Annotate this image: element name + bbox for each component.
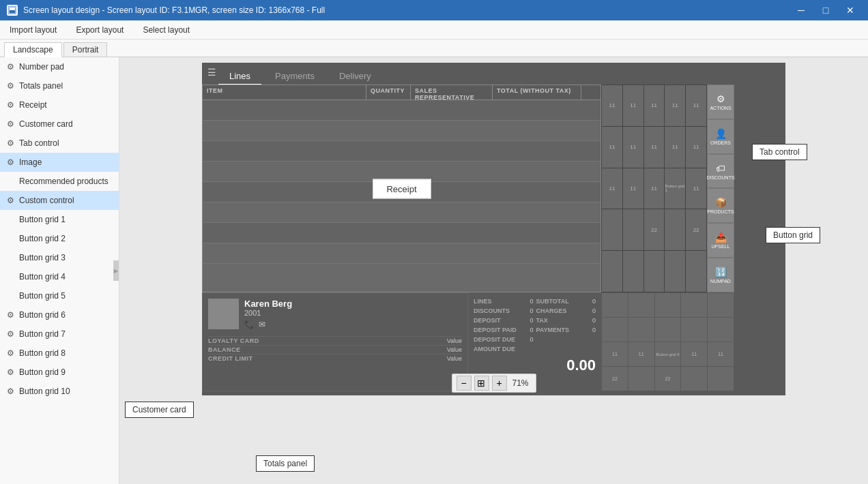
zoom-out-button[interactable]: − xyxy=(456,376,471,391)
grid-cell[interactable]: 11 xyxy=(644,127,665,168)
deposit-row: DEPOSIT 0 xyxy=(474,316,534,325)
maximize-button[interactable]: □ xyxy=(815,1,837,20)
discounts-button[interactable]: 🏷 DISCOUNTS xyxy=(707,154,734,189)
grid-cell[interactable]: 11 xyxy=(686,168,706,209)
sidebar-item-tab-control[interactable]: ⚙ Tab control xyxy=(0,134,119,153)
discounts-icon: 🏷 xyxy=(716,163,725,174)
grid-cell[interactable]: 22 xyxy=(644,209,665,250)
bottom-grid-cell[interactable] xyxy=(681,318,707,342)
bottom-grid-cell[interactable] xyxy=(628,318,654,342)
sidebar-item-image[interactable]: ⚙ Image xyxy=(0,153,119,172)
grid-cell[interactable]: 11 xyxy=(644,85,665,126)
bottom-grid-cell[interactable]: Button grid 5 xyxy=(655,342,681,366)
sidebar-item-btn-grid-10[interactable]: ⚙ Button grid 10 xyxy=(0,382,119,401)
canvas-tab-delivery[interactable]: Delivery xyxy=(328,68,382,85)
grid-cell[interactable]: 11 xyxy=(665,85,685,126)
sidebar-item-btn-grid-7[interactable]: ⚙ Button grid 7 xyxy=(0,324,119,344)
sidebar-item-btn-grid-9[interactable]: ⚙ Button grid 9 xyxy=(0,363,119,382)
grid-cell[interactable] xyxy=(665,209,685,250)
grid-cell[interactable]: 11 xyxy=(602,127,622,168)
grid-cell[interactable] xyxy=(602,251,622,292)
bottom-grid-cell[interactable]: 11 xyxy=(708,342,734,366)
zoom-fit-button[interactable]: ⊞ xyxy=(474,376,489,391)
sidebar-item-custom-control[interactable]: ⚙ Custom control xyxy=(0,191,119,210)
grid-cell[interactable] xyxy=(686,251,706,292)
grid-cell[interactable]: 22 xyxy=(686,209,706,250)
loyalty-table: LOYALTY CARD Value BALANCE Value CREDIT … xyxy=(203,335,467,364)
actions-button[interactable]: ⚙ ACTIONS xyxy=(707,85,734,119)
bottom-grid-cell[interactable] xyxy=(708,293,734,317)
tab-portrait[interactable]: Portrait xyxy=(63,42,108,57)
sidebar-item-btn-grid-5[interactable]: ⚙ Button grid 5 xyxy=(0,286,119,305)
grid-cell[interactable] xyxy=(665,251,685,292)
grid-cell[interactable]: 11 xyxy=(623,127,643,168)
sidebar-item-btn-grid-6[interactable]: ⚙ Button grid 6 xyxy=(0,305,119,324)
gear-icon: ⚙ xyxy=(5,138,15,148)
bottom-grid-cell[interactable] xyxy=(681,293,707,317)
col-sales: SALES REPRESENTATIVE xyxy=(411,85,493,100)
sidebar-item-receipt[interactable]: ⚙ Receipt xyxy=(0,95,119,115)
orders-button[interactable]: 👤 ORDERS xyxy=(707,119,734,154)
grid-cell[interactable]: 11 xyxy=(665,127,685,168)
sidebar-item-btn-grid-1[interactable]: ⚙ Button grid 1 xyxy=(0,210,119,229)
grid-cell[interactable]: 11 xyxy=(623,168,643,209)
import-layout-menu[interactable]: Import layout xyxy=(5,24,61,36)
bottom-grid-cell[interactable]: 22 xyxy=(602,367,628,391)
bottom-grid-cell[interactable]: 22 xyxy=(655,367,681,391)
bottom-grid-cell[interactable] xyxy=(602,318,628,342)
sidebar-item-btn-grid-2[interactable]: ⚙ Button grid 2 xyxy=(0,229,119,248)
button-grid-annotation: Button grid xyxy=(766,227,820,243)
bottom-grid-cell[interactable]: 11 xyxy=(602,342,628,366)
sidebar-item-btn-grid-8[interactable]: ⚙ Button grid 8 xyxy=(0,344,119,363)
sidebar-item-btn-grid-3[interactable]: ⚙ Button grid 3 xyxy=(0,248,119,267)
select-layout-menu[interactable]: Select layout xyxy=(139,24,194,36)
grid-cell[interactable]: Button grid 1 xyxy=(665,168,685,209)
grid-cell[interactable] xyxy=(623,251,643,292)
col-item: ITEM xyxy=(203,85,366,100)
bottom-grid-cell[interactable]: 11 xyxy=(681,342,707,366)
credit-limit-row: CREDIT LIMIT Value xyxy=(208,354,462,363)
right-button-area: 11 11 11 11 11 11 11 11 11 11 11 11 11 B… xyxy=(601,85,734,292)
tab-landscape[interactable]: Landscape xyxy=(4,42,62,57)
canvas-tab-payments[interactable]: Payments xyxy=(264,68,326,85)
numpad-button[interactable]: 🔢 NUMPAD xyxy=(707,258,734,292)
bottom-grid-cell[interactable] xyxy=(655,293,681,317)
minimize-button[interactable]: ─ xyxy=(790,1,812,20)
grid-cell[interactable] xyxy=(602,209,622,250)
receipt-row xyxy=(203,223,601,243)
bottom-grid-cell[interactable] xyxy=(681,367,707,391)
grid-cell[interactable]: 11 xyxy=(644,168,665,209)
receipt-label: Receipt xyxy=(372,179,431,198)
export-layout-menu[interactable]: Export layout xyxy=(72,24,128,36)
main-area: ⚙ Number pad ⚙ Totals panel ⚙ Receipt ⚙ … xyxy=(0,57,868,484)
canvas-tab-lines[interactable]: Lines xyxy=(218,68,261,85)
close-button[interactable]: ✕ xyxy=(839,1,861,20)
bottom-grid-cell[interactable] xyxy=(602,293,628,317)
sidebar-item-btn-grid-4[interactable]: ⚙ Button grid 4 xyxy=(0,267,119,286)
bottom-grid-cell[interactable] xyxy=(655,318,681,342)
grid-cell[interactable]: 11 xyxy=(686,85,706,126)
bottom-grid-cell[interactable] xyxy=(628,367,654,391)
grid-cell[interactable]: 11 xyxy=(686,127,706,168)
products-button[interactable]: 📦 PRODUCTS xyxy=(707,188,734,223)
bottom-grid-cell[interactable] xyxy=(708,367,734,391)
sidebar-item-recommended[interactable]: ⚙ Recommended products xyxy=(0,172,119,191)
sidebar-item-number-pad[interactable]: ⚙ Number pad xyxy=(0,57,119,76)
grid-cell[interactable]: 11 xyxy=(623,85,643,126)
grid-cell[interactable] xyxy=(623,209,643,250)
sidebar-item-totals-panel[interactable]: ⚙ Totals panel xyxy=(0,76,119,95)
sidebar-resize-handle[interactable]: ▶ xyxy=(113,260,119,281)
window-title: Screen layout design - Screen layout ID:… xyxy=(23,5,325,15)
sidebar-item-customer-card[interactable]: ⚙ Customer card xyxy=(0,115,119,134)
zoom-in-button[interactable]: + xyxy=(491,376,506,391)
receipt-row xyxy=(203,121,601,141)
grid-cell[interactable] xyxy=(644,251,665,292)
orders-icon: 👤 xyxy=(715,128,727,139)
bottom-grid-cell[interactable] xyxy=(708,318,734,342)
actions-icon: ⚙ xyxy=(717,93,725,104)
bottom-grid-cell[interactable] xyxy=(628,293,654,317)
grid-cell[interactable]: 11 xyxy=(602,168,622,209)
bottom-grid-cell[interactable]: 11 xyxy=(628,342,654,366)
grid-cell[interactable]: 11 xyxy=(602,85,622,126)
upsell-button[interactable]: 📤 UPSELL xyxy=(707,223,734,258)
